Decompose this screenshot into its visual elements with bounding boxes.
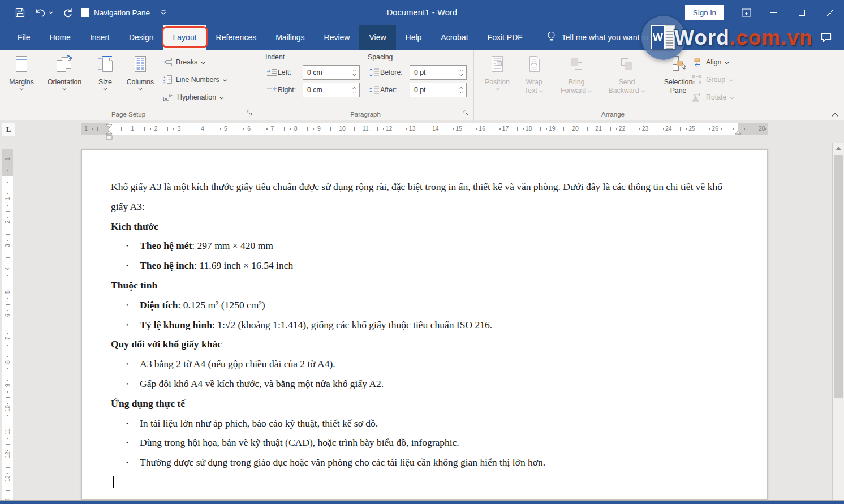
spin-down-icon[interactable] <box>455 74 467 76</box>
customize-qat-button[interactable] <box>156 3 171 22</box>
maximize-button[interactable] <box>787 0 816 25</box>
spacing-column: Spacing Before:0 ptAfter:0 pt <box>368 53 467 100</box>
ruler-number: 3 <box>4 240 11 251</box>
ruler-number: 10 <box>4 403 11 414</box>
line-numbers-button[interactable]: 123Line Numbers <box>163 72 227 87</box>
spin-up-icon[interactable] <box>348 87 360 89</box>
spacing-before-icon <box>368 68 380 77</box>
hanging-indent-marker[interactable] <box>106 130 113 135</box>
sign-in-button[interactable]: Sign in <box>685 5 724 20</box>
tab-home[interactable]: Home <box>40 25 80 50</box>
vertical-scrollbar[interactable] <box>832 143 844 500</box>
tab-file[interactable]: File <box>8 25 40 50</box>
ruler-tick-dot <box>243 128 244 130</box>
tell-me-box[interactable]: Tell me what you want to <box>547 25 648 50</box>
text-run: Dùng trong hội họa, bản vẽ kỹ thuật (CAD… <box>140 437 459 448</box>
spacing-before-input[interactable]: 0 pt <box>410 65 467 80</box>
navigation-pane-toggle[interactable]: Navigation Pane <box>81 8 150 17</box>
tab-label: Mailings <box>275 33 304 42</box>
ruler-tick-dot <box>92 128 93 130</box>
ruler-tick-dot <box>709 128 710 130</box>
ruler-tick-dot <box>7 310 8 311</box>
tab-label: Design <box>129 33 154 42</box>
ruler-tick <box>97 127 98 131</box>
orientation-button[interactable]: Orientation <box>40 51 89 106</box>
document-content[interactable]: Khổ giấy A3 là một kích thước giấy tiêu … <box>82 150 767 488</box>
ruler-tick-dot <box>337 128 338 130</box>
text-run: : 1:√2 (khoảng 1:1.414), giống các khổ g… <box>212 319 492 330</box>
ruler-tick <box>634 127 634 131</box>
tab-view[interactable]: View <box>359 25 395 50</box>
feedback-button[interactable] <box>816 25 836 50</box>
right-indent-marker[interactable] <box>735 130 742 135</box>
repeat-button[interactable] <box>58 3 77 22</box>
tab-layout[interactable]: Layout <box>163 25 206 50</box>
tab-label: References <box>216 33 257 42</box>
send-backward-button: SendBackward <box>601 51 653 106</box>
spin-down-icon[interactable] <box>455 91 467 94</box>
text-run: Thường được sử dụng trong giáo dục hoặc … <box>140 456 545 468</box>
undo-icon <box>35 8 46 17</box>
ruler-tick-dot <box>7 438 8 440</box>
spin-down-icon[interactable] <box>348 74 360 76</box>
minimize-button[interactable] <box>759 0 787 25</box>
close-button[interactable] <box>816 0 844 25</box>
ruler-tick-dot <box>733 128 734 130</box>
hyphenation-button[interactable]: bca-Hyphenation <box>163 89 227 105</box>
line-numbers-icon: 123 <box>163 75 173 84</box>
tab-mailings[interactable]: Mailings <box>266 25 314 50</box>
ruler-tick-dot <box>686 128 687 130</box>
tab-insert[interactable]: Insert <box>80 25 119 50</box>
button-label: Group <box>706 76 725 84</box>
first-line-indent-marker[interactable] <box>106 124 113 128</box>
button-label: Size <box>98 78 112 87</box>
spin-up-icon[interactable] <box>455 69 467 72</box>
undo-button[interactable] <box>30 3 48 22</box>
spin-down-icon[interactable] <box>348 91 360 94</box>
ruler-tick-dot <box>765 128 766 130</box>
align-button[interactable]: Align <box>691 54 734 70</box>
breaks-button[interactable]: Breaks <box>163 54 227 70</box>
save-button[interactable] <box>10 3 30 22</box>
ruler-tick-dot <box>220 128 221 130</box>
svg-text:a-: a- <box>169 92 173 98</box>
document-page[interactable]: Khổ giấy A3 là một kích thước giấy tiêu … <box>81 149 768 500</box>
page-setup-dialog-launcher[interactable] <box>247 110 253 117</box>
undo-dropdown-button[interactable] <box>48 3 58 22</box>
ruler-tick <box>6 490 10 491</box>
scroll-up-icon <box>836 147 841 150</box>
columns-button[interactable]: Columns <box>121 51 160 106</box>
tab-design[interactable]: Design <box>119 25 163 50</box>
horizontal-ruler[interactable]: 1123456789101112131415161718192021222324… <box>0 123 844 135</box>
ruler-tick-dot <box>360 128 361 130</box>
tab-help[interactable]: Help <box>396 25 432 50</box>
tab-review[interactable]: Review <box>315 25 360 50</box>
tab-references[interactable]: References <box>206 25 266 50</box>
indent-left-input[interactable]: 0 cm <box>303 65 360 80</box>
hyphenation-icon: bca- <box>163 92 174 102</box>
ruler-number: 1 <box>81 125 91 132</box>
ruler-number: 16 <box>477 125 486 132</box>
ruler-tick <box>447 127 447 131</box>
left-indent-marker[interactable] <box>106 135 113 140</box>
navigation-pane-checkbox[interactable] <box>81 8 89 17</box>
size-button[interactable]: Size <box>91 51 120 106</box>
spin-up-icon[interactable] <box>348 69 360 72</box>
ribbon-display-options-button[interactable] <box>733 0 759 25</box>
spin-up-icon[interactable] <box>455 87 467 89</box>
tab-foxit-pdf[interactable]: Foxit PDF <box>478 25 532 50</box>
button-label: Rotate <box>706 93 726 101</box>
scroll-up-button[interactable] <box>833 143 844 154</box>
text-run: Ứng dụng thực tế <box>111 398 185 409</box>
spacing-after-input[interactable]: 0 pt <box>410 83 467 97</box>
input-value: 0 pt <box>410 68 457 76</box>
vertical-ruler[interactable]: 11234567891011121314 <box>2 143 13 500</box>
margins-button[interactable]: Margins <box>5 51 38 106</box>
ruler-tick-dot <box>593 128 594 130</box>
indent-right-input[interactable]: 0 cm <box>303 83 360 97</box>
paragraph-dialog-launcher[interactable] <box>463 110 470 117</box>
selection-pane-icon <box>669 55 688 73</box>
collapse-ribbon-button[interactable] <box>832 113 838 117</box>
scrollbar-thumb[interactable] <box>834 155 843 398</box>
tab-acrobat[interactable]: Acrobat <box>431 25 477 50</box>
